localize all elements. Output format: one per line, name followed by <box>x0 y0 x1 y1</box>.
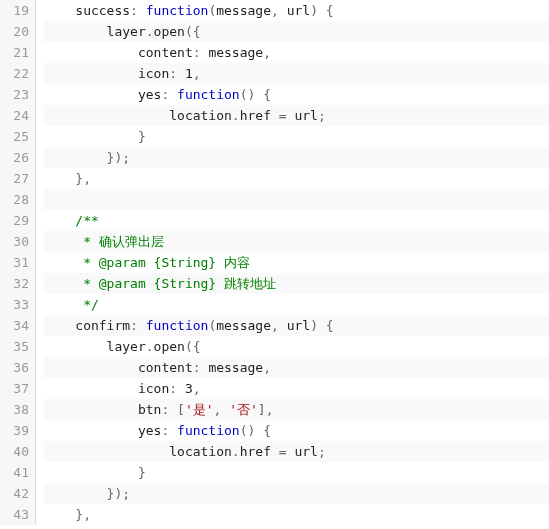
token-pln: open <box>154 24 185 39</box>
code-line[interactable]: icon: 3, <box>44 378 549 399</box>
line-number: 33 <box>6 294 29 315</box>
code-editor[interactable]: 1920212223242526272829303132333435363738… <box>0 0 549 525</box>
token-pun: ) { <box>310 3 333 18</box>
token-pln: btn <box>44 402 161 417</box>
token-pun: . <box>146 339 154 354</box>
code-line[interactable]: content: message, <box>44 42 549 63</box>
line-number: 39 <box>6 420 29 441</box>
token-pun: . <box>232 108 240 123</box>
token-pun: , <box>263 360 271 375</box>
code-line[interactable]: yes: function() { <box>44 420 549 441</box>
token-pun: }); <box>44 486 130 501</box>
line-number: 26 <box>6 147 29 168</box>
token-pun: ({ <box>185 339 201 354</box>
code-line[interactable]: }); <box>44 147 549 168</box>
token-pun: , <box>193 66 201 81</box>
token-pln: location <box>44 108 232 123</box>
token-pln: content <box>44 45 193 60</box>
token-pln: layer <box>44 24 146 39</box>
code-line[interactable]: /** <box>44 210 549 231</box>
line-number: 20 <box>6 21 29 42</box>
token-pun: () { <box>240 423 271 438</box>
code-line[interactable]: confirm: function(message, url) { <box>44 315 549 336</box>
code-line[interactable]: content: message, <box>44 357 549 378</box>
token-str: '是' <box>185 402 214 417</box>
token-pun: } <box>44 465 146 480</box>
code-line[interactable]: } <box>44 126 549 147</box>
token-cm: /** <box>44 213 99 228</box>
code-line[interactable]: icon: 1, <box>44 63 549 84</box>
line-number: 23 <box>6 84 29 105</box>
token-pun: () { <box>240 87 271 102</box>
line-number: 38 <box>6 399 29 420</box>
code-content[interactable]: success: function(message, url) { layer.… <box>36 0 549 525</box>
token-pln: success <box>44 3 130 18</box>
token-pln: 3 <box>185 381 193 396</box>
token-pun: : <box>193 45 209 60</box>
token-pln: message <box>216 3 271 18</box>
token-pln: message <box>208 45 263 60</box>
token-cm: * 确认弹出层 <box>44 234 164 249</box>
line-number: 21 <box>6 42 29 63</box>
token-pln: yes <box>44 423 161 438</box>
line-number: 40 <box>6 441 29 462</box>
code-line[interactable]: location.href = url; <box>44 105 549 126</box>
code-line[interactable]: btn: ['是', '否'], <box>44 399 549 420</box>
token-pln: url <box>287 318 310 333</box>
code-line[interactable] <box>44 189 549 210</box>
token-kw: function <box>177 423 240 438</box>
code-line[interactable]: yes: function() { <box>44 84 549 105</box>
token-cm: * @param {String} 跳转地址 <box>44 276 276 291</box>
token-pun: : <box>169 381 185 396</box>
line-number: 42 <box>6 483 29 504</box>
token-pln: confirm <box>44 318 130 333</box>
token-pln: message <box>216 318 271 333</box>
token-pun: : <box>169 66 185 81</box>
line-number: 25 <box>6 126 29 147</box>
code-line[interactable]: } <box>44 462 549 483</box>
code-line[interactable]: }, <box>44 504 549 525</box>
token-pln: open <box>154 339 185 354</box>
token-pun: ({ <box>185 24 201 39</box>
token-pun: ) { <box>310 318 333 333</box>
code-line[interactable]: }, <box>44 168 549 189</box>
token-pun: = <box>279 108 295 123</box>
line-number: 19 <box>6 0 29 21</box>
code-line[interactable]: layer.open({ <box>44 336 549 357</box>
line-number-gutter: 1920212223242526272829303132333435363738… <box>0 0 36 525</box>
token-pun: : <box>161 87 177 102</box>
code-line[interactable]: * 确认弹出层 <box>44 231 549 252</box>
token-pun: = <box>279 444 295 459</box>
token-pun: ; <box>318 444 326 459</box>
line-number: 37 <box>6 378 29 399</box>
token-pln: icon <box>44 381 169 396</box>
token-pun: , <box>271 3 287 18</box>
line-number: 24 <box>6 105 29 126</box>
token-pun: }, <box>44 171 91 186</box>
token-pln: layer <box>44 339 146 354</box>
token-pln: icon <box>44 66 169 81</box>
token-pln: href <box>240 108 279 123</box>
code-line[interactable]: success: function(message, url) { <box>44 0 549 21</box>
token-pun: , <box>271 318 287 333</box>
token-pun: }); <box>44 150 130 165</box>
token-pln: url <box>294 108 317 123</box>
line-number: 30 <box>6 231 29 252</box>
token-kw: function <box>146 318 209 333</box>
code-line[interactable]: * @param {String} 内容 <box>44 252 549 273</box>
line-number: 43 <box>6 504 29 525</box>
token-pln: yes <box>44 87 161 102</box>
token-kw: function <box>146 3 209 18</box>
line-number: 41 <box>6 462 29 483</box>
code-line[interactable]: layer.open({ <box>44 21 549 42</box>
token-pun: } <box>44 129 146 144</box>
token-pln: href <box>240 444 279 459</box>
token-pln: url <box>294 444 317 459</box>
code-line[interactable]: * @param {String} 跳转地址 <box>44 273 549 294</box>
token-pun: }, <box>44 507 91 522</box>
token-pln: location <box>44 444 232 459</box>
code-line[interactable]: */ <box>44 294 549 315</box>
code-line[interactable]: }); <box>44 483 549 504</box>
token-pun: : <box>130 318 146 333</box>
code-line[interactable]: location.href = url; <box>44 441 549 462</box>
